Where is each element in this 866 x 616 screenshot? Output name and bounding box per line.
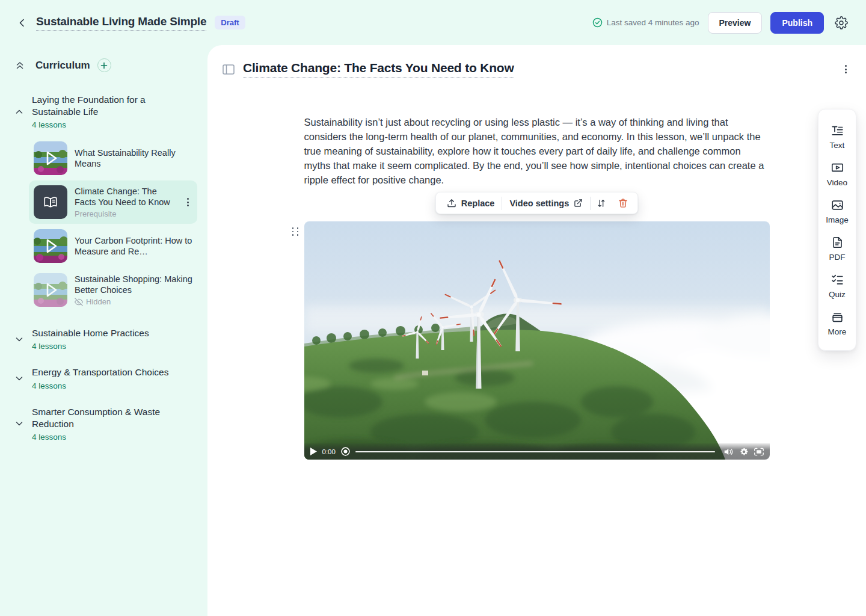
lesson-item-sustainable-shopping[interactable]: Sustainable Shopping: Making Better Choi… (29, 268, 197, 312)
play-button[interactable] (310, 448, 317, 455)
double-chevron-up-icon (15, 61, 25, 70)
lesson-hidden-label: Hidden (75, 297, 192, 306)
curriculum-sidebar: Curriculum Laying the Foundation for a S… (0, 45, 207, 616)
tool-pdf-button[interactable]: PDF (818, 230, 856, 268)
play-icon (310, 448, 317, 455)
scrubber-icon (341, 447, 350, 456)
tool-label: Image (826, 215, 849, 224)
section-title: Sustainable Home Practices (32, 327, 149, 339)
lesson-item-what-sustainability[interactable]: What Sustainability Really Means (29, 137, 197, 180)
lesson-prerequisite-label: Prerequisite (75, 209, 176, 218)
tool-more-button[interactable]: More (818, 305, 856, 342)
upload-icon (447, 199, 456, 208)
tool-label: PDF (829, 253, 846, 262)
pdf-tool-icon (831, 236, 844, 249)
chevron-down-icon (14, 374, 24, 383)
top-header: Sustainable Living Made Simple Draft Las… (0, 0, 866, 45)
lesson-page-title[interactable]: Climate Change: The Facts You Need to Kn… (243, 61, 514, 78)
tool-label: Text (830, 141, 845, 150)
section-lesson-count: 4 lessons (32, 120, 176, 129)
lesson-text-block[interactable]: Sustainability isn’t just about recyclin… (304, 115, 770, 187)
curriculum-header: Curriculum (14, 58, 198, 72)
last-saved-text: Last saved 4 minutes ago (607, 18, 699, 27)
lesson-menu-button[interactable] (183, 196, 192, 209)
section-header[interactable]: Energy & Transportation Choices 4 lesson… (14, 366, 198, 390)
insert-tools-panel: Text Video Image PDF Quiz More (818, 109, 856, 351)
trash-icon (618, 198, 628, 208)
scrubber-handle[interactable] (341, 447, 350, 456)
video-tool-icon (831, 161, 844, 174)
replace-video-button[interactable]: Replace (440, 192, 502, 214)
open-book-icon (43, 194, 58, 210)
lesson-hidden-text: Hidden (86, 297, 111, 306)
lesson-item-carbon-footprint[interactable]: Your Carbon Footprint: How to Measure an… (29, 224, 197, 268)
toggle-sidebar-button[interactable] (222, 63, 235, 76)
reading-lesson-icon-tile (34, 185, 67, 219)
tool-label: Video (827, 178, 847, 187)
volume-icon (724, 448, 734, 456)
gear-icon (835, 16, 848, 29)
video-block: 0:00 (304, 221, 770, 460)
section-lesson-count: 4 lessons (32, 381, 168, 390)
sort-arrows-icon (597, 199, 606, 208)
lesson-header: Climate Change: The Facts You Need to Kn… (207, 45, 866, 78)
lesson-title: What Sustainability Really Means (75, 147, 192, 169)
back-button[interactable] (14, 15, 30, 31)
publish-button[interactable]: Publish (770, 12, 824, 34)
chevron-up-icon (14, 107, 24, 117)
lesson-options-button[interactable] (841, 63, 850, 76)
text-tool-icon (831, 124, 844, 137)
tool-video-button[interactable]: Video (818, 156, 856, 193)
lesson-title: Your Carbon Footprint: How to Measure an… (75, 235, 192, 257)
tool-label: More (828, 327, 847, 336)
preview-button[interactable]: Preview (708, 12, 763, 34)
lesson-title: Climate Change: The Facts You Need to Kn… (75, 186, 176, 208)
tool-text-button[interactable]: Text (818, 119, 856, 156)
quiz-tool-icon (831, 273, 844, 286)
section-header[interactable]: Smarter Consumption & Waste Reduction 4 … (14, 406, 198, 442)
replace-label: Replace (461, 199, 495, 208)
section-lesson-count: 4 lessons (32, 433, 176, 442)
drag-handle[interactable] (291, 226, 301, 237)
video-thumbnail (34, 229, 67, 263)
video-player[interactable]: 0:00 (304, 221, 770, 460)
lesson-editor-canvas: Climate Change: The Facts You Need to Kn… (207, 45, 866, 616)
add-curriculum-button[interactable] (97, 58, 111, 72)
chevron-down-icon (14, 419, 24, 428)
video-settings-button[interactable]: Video settings (502, 192, 590, 214)
curriculum-title: Curriculum (35, 60, 90, 72)
settings-button[interactable] (832, 14, 850, 32)
section-lesson-count: 4 lessons (32, 342, 149, 351)
delete-block-button[interactable] (612, 192, 634, 214)
section-title: Smarter Consumption & Waste Reduction (32, 406, 176, 430)
player-settings-button[interactable] (739, 447, 749, 457)
tool-label: Quiz (829, 290, 846, 299)
video-thumbnail (34, 273, 67, 307)
collapse-all-button[interactable] (14, 60, 25, 71)
video-still-wind-turbines (304, 221, 770, 460)
header-actions: Last saved 4 minutes ago Preview Publish (592, 12, 850, 34)
status-badge: Draft (215, 16, 245, 29)
section-header[interactable]: Laying the Foundation for a Sustainable … (14, 94, 198, 129)
playback-time: 0:00 (322, 448, 336, 455)
move-block-button[interactable] (591, 192, 612, 214)
more-tool-icon (831, 310, 844, 324)
lesson-list: What Sustainability Really Means Climate… (29, 137, 198, 312)
panel-left-icon (223, 64, 235, 75)
tool-image-button[interactable]: Image (818, 193, 856, 230)
external-link-icon (574, 199, 583, 208)
chevron-down-icon (14, 334, 24, 344)
fullscreen-button[interactable] (754, 448, 764, 456)
section-header[interactable]: Sustainable Home Practices 4 lessons (14, 327, 198, 351)
chevron-left-icon (17, 18, 27, 28)
volume-button[interactable] (724, 448, 734, 456)
progress-track[interactable] (355, 451, 715, 452)
check-circle-icon (592, 17, 603, 28)
video-block-toolbar: Replace Video settings (435, 192, 638, 214)
lesson-item-climate-change[interactable]: Climate Change: The Facts You Need to Kn… (29, 180, 197, 224)
eye-off-icon (75, 298, 83, 306)
course-title[interactable]: Sustainable Living Made Simple (36, 15, 206, 31)
save-status: Last saved 4 minutes ago (592, 17, 699, 28)
player-gear-icon (739, 447, 749, 457)
tool-quiz-button[interactable]: Quiz (818, 268, 856, 305)
